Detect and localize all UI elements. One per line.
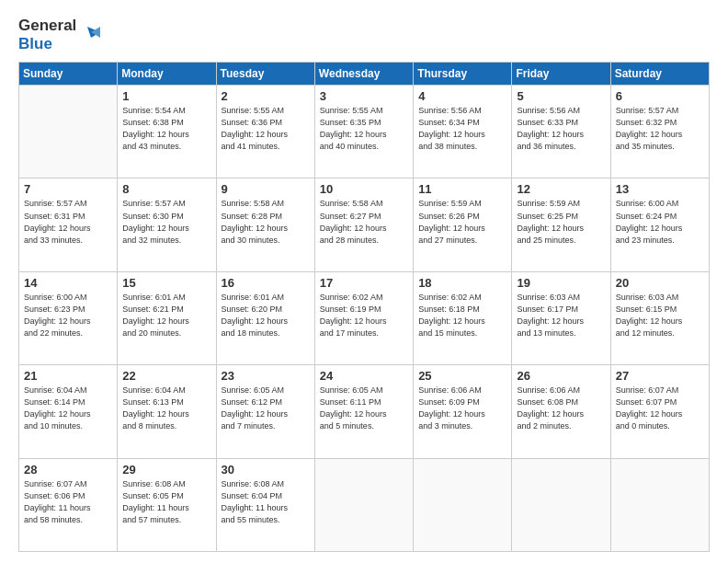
- day-info: Sunrise: 5:58 AM Sunset: 6:27 PM Dayligh…: [320, 198, 408, 246]
- day-number: 8: [122, 182, 210, 196]
- calendar-cell: 20Sunrise: 6:03 AM Sunset: 6:15 PM Dayli…: [610, 271, 709, 364]
- calendar-cell: 9Sunrise: 5:58 AM Sunset: 6:28 PM Daylig…: [216, 178, 314, 271]
- logo: General Blue: [18, 17, 100, 52]
- day-info: Sunrise: 6:06 AM Sunset: 6:08 PM Dayligh…: [517, 385, 605, 432]
- calendar: SundayMondayTuesdayWednesdayThursdayFrid…: [18, 62, 710, 552]
- day-number: 25: [418, 369, 506, 383]
- day-number: 7: [24, 182, 112, 196]
- day-number: 19: [517, 276, 605, 290]
- day-info: Sunrise: 5:57 AM Sunset: 6:31 PM Dayligh…: [24, 198, 112, 246]
- day-info: Sunrise: 5:55 AM Sunset: 6:36 PM Dayligh…: [222, 105, 310, 153]
- calendar-week-row: 21Sunrise: 6:04 AM Sunset: 6:14 PM Dayli…: [19, 365, 710, 458]
- calendar-cell: 3Sunrise: 5:55 AM Sunset: 6:35 PM Daylig…: [314, 86, 413, 178]
- calendar-week-row: 7Sunrise: 5:57 AM Sunset: 6:31 PM Daylig…: [19, 178, 710, 271]
- weekday-header-row: SundayMondayTuesdayWednesdayThursdayFrid…: [19, 63, 710, 86]
- calendar-week-row: 14Sunrise: 6:00 AM Sunset: 6:23 PM Dayli…: [19, 271, 710, 364]
- day-info: Sunrise: 5:58 AM Sunset: 6:28 PM Dayligh…: [222, 198, 310, 246]
- day-number: 10: [320, 182, 408, 196]
- calendar-cell: 22Sunrise: 6:04 AM Sunset: 6:13 PM Dayli…: [118, 365, 216, 458]
- day-info: Sunrise: 6:01 AM Sunset: 6:21 PM Dayligh…: [122, 292, 210, 339]
- calendar-cell: 30Sunrise: 6:08 AM Sunset: 6:04 PM Dayli…: [216, 458, 314, 551]
- day-info: Sunrise: 5:57 AM Sunset: 6:32 PM Dayligh…: [616, 105, 704, 153]
- day-number: 14: [24, 276, 112, 290]
- day-number: 1: [122, 89, 210, 103]
- day-number: 30: [222, 463, 310, 477]
- calendar-cell: 1Sunrise: 5:54 AM Sunset: 6:38 PM Daylig…: [118, 86, 216, 178]
- day-number: 5: [517, 89, 605, 103]
- calendar-cell: [512, 458, 610, 551]
- calendar-cell: 21Sunrise: 6:04 AM Sunset: 6:14 PM Dayli…: [19, 365, 118, 458]
- day-info: Sunrise: 5:59 AM Sunset: 6:25 PM Dayligh…: [517, 198, 605, 246]
- calendar-cell: 6Sunrise: 5:57 AM Sunset: 6:32 PM Daylig…: [610, 86, 709, 178]
- day-info: Sunrise: 5:55 AM Sunset: 6:35 PM Dayligh…: [320, 105, 408, 153]
- calendar-cell: 7Sunrise: 5:57 AM Sunset: 6:31 PM Daylig…: [19, 178, 118, 271]
- calendar-cell: 15Sunrise: 6:01 AM Sunset: 6:21 PM Dayli…: [118, 271, 216, 364]
- calendar-cell: 4Sunrise: 5:56 AM Sunset: 6:34 PM Daylig…: [414, 86, 512, 178]
- calendar-cell: 27Sunrise: 6:07 AM Sunset: 6:07 PM Dayli…: [610, 365, 709, 458]
- day-number: 15: [122, 276, 210, 290]
- page: General Blue SundayMondayTuesdayWednesda…: [0, 0, 728, 563]
- calendar-cell: 18Sunrise: 6:02 AM Sunset: 6:18 PM Dayli…: [414, 271, 512, 364]
- calendar-cell: 16Sunrise: 6:01 AM Sunset: 6:20 PM Dayli…: [216, 271, 314, 364]
- day-info: Sunrise: 6:02 AM Sunset: 6:19 PM Dayligh…: [320, 292, 408, 339]
- day-number: 26: [517, 369, 605, 383]
- day-info: Sunrise: 6:08 AM Sunset: 6:04 PM Dayligh…: [222, 478, 310, 526]
- day-info: Sunrise: 6:07 AM Sunset: 6:06 PM Dayligh…: [24, 478, 112, 526]
- weekday-header: Saturday: [610, 63, 709, 86]
- day-number: 4: [418, 89, 506, 103]
- weekday-header: Thursday: [414, 63, 512, 86]
- weekday-header: Tuesday: [216, 63, 314, 86]
- day-number: 11: [418, 182, 506, 196]
- calendar-cell: 17Sunrise: 6:02 AM Sunset: 6:19 PM Dayli…: [314, 271, 413, 364]
- calendar-cell: 8Sunrise: 5:57 AM Sunset: 6:30 PM Daylig…: [118, 178, 216, 271]
- calendar-cell: [19, 86, 118, 178]
- day-number: 22: [122, 369, 210, 383]
- calendar-cell: 26Sunrise: 6:06 AM Sunset: 6:08 PM Dayli…: [512, 365, 610, 458]
- calendar-cell: 14Sunrise: 6:00 AM Sunset: 6:23 PM Dayli…: [19, 271, 118, 364]
- day-info: Sunrise: 5:57 AM Sunset: 6:30 PM Dayligh…: [122, 198, 210, 246]
- calendar-cell: 12Sunrise: 5:59 AM Sunset: 6:25 PM Dayli…: [512, 178, 610, 271]
- weekday-header: Monday: [118, 63, 216, 86]
- calendar-cell: 13Sunrise: 6:00 AM Sunset: 6:24 PM Dayli…: [610, 178, 709, 271]
- day-number: 21: [24, 369, 112, 383]
- day-info: Sunrise: 6:02 AM Sunset: 6:18 PM Dayligh…: [418, 292, 506, 339]
- day-number: 27: [616, 369, 704, 383]
- calendar-week-row: 28Sunrise: 6:07 AM Sunset: 6:06 PM Dayli…: [19, 458, 710, 551]
- calendar-cell: 29Sunrise: 6:08 AM Sunset: 6:05 PM Dayli…: [118, 458, 216, 551]
- calendar-week-row: 1Sunrise: 5:54 AM Sunset: 6:38 PM Daylig…: [19, 86, 710, 178]
- calendar-cell: 24Sunrise: 6:05 AM Sunset: 6:11 PM Dayli…: [314, 365, 413, 458]
- day-info: Sunrise: 5:56 AM Sunset: 6:33 PM Dayligh…: [517, 105, 605, 153]
- logo-bird-icon: [80, 25, 100, 45]
- day-info: Sunrise: 6:04 AM Sunset: 6:13 PM Dayligh…: [122, 385, 210, 432]
- calendar-cell: 11Sunrise: 5:59 AM Sunset: 6:26 PM Dayli…: [414, 178, 512, 271]
- weekday-header: Wednesday: [314, 63, 413, 86]
- day-info: Sunrise: 6:00 AM Sunset: 6:24 PM Dayligh…: [616, 198, 704, 246]
- calendar-cell: 5Sunrise: 5:56 AM Sunset: 6:33 PM Daylig…: [512, 86, 610, 178]
- day-info: Sunrise: 5:59 AM Sunset: 6:26 PM Dayligh…: [418, 198, 506, 246]
- weekday-header: Sunday: [19, 63, 118, 86]
- day-info: Sunrise: 6:07 AM Sunset: 6:07 PM Dayligh…: [616, 385, 704, 432]
- calendar-cell: 19Sunrise: 6:03 AM Sunset: 6:17 PM Dayli…: [512, 271, 610, 364]
- day-info: Sunrise: 5:56 AM Sunset: 6:34 PM Dayligh…: [418, 105, 506, 153]
- day-info: Sunrise: 6:00 AM Sunset: 6:23 PM Dayligh…: [24, 292, 112, 339]
- day-info: Sunrise: 6:05 AM Sunset: 6:11 PM Dayligh…: [320, 385, 408, 432]
- day-number: 16: [222, 276, 310, 290]
- day-number: 2: [222, 89, 310, 103]
- header: General Blue: [18, 17, 710, 52]
- day-number: 3: [320, 89, 408, 103]
- calendar-cell: 28Sunrise: 6:07 AM Sunset: 6:06 PM Dayli…: [19, 458, 118, 551]
- calendar-cell: [314, 458, 413, 551]
- day-number: 29: [122, 463, 210, 477]
- day-info: Sunrise: 6:04 AM Sunset: 6:14 PM Dayligh…: [24, 385, 112, 432]
- calendar-cell: [610, 458, 709, 551]
- day-number: 17: [320, 276, 408, 290]
- calendar-cell: 23Sunrise: 6:05 AM Sunset: 6:12 PM Dayli…: [216, 365, 314, 458]
- day-info: Sunrise: 6:06 AM Sunset: 6:09 PM Dayligh…: [418, 385, 506, 432]
- logo-wordmark: General Blue: [18, 17, 100, 52]
- day-number: 24: [320, 369, 408, 383]
- calendar-cell: [414, 458, 512, 551]
- weekday-header: Friday: [512, 63, 610, 86]
- calendar-cell: 10Sunrise: 5:58 AM Sunset: 6:27 PM Dayli…: [314, 178, 413, 271]
- day-number: 20: [616, 276, 704, 290]
- day-number: 23: [222, 369, 310, 383]
